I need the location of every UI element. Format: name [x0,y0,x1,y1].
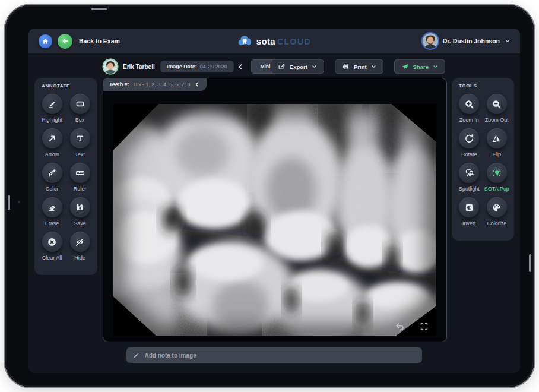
tools-grid: Zoom In Zoom Out Rotate [455,92,511,230]
annotate-tool-ruler: Ruler [66,161,94,195]
flip-button[interactable] [487,128,507,148]
arrow-up-right-icon [47,134,57,143]
color-button[interactable] [42,163,62,183]
fullscreen-button[interactable] [420,322,429,331]
patient-info: Erik Tarbell Image Date: 04-29-2020 [103,59,234,74]
tool-rotate: Rotate [455,127,483,161]
previous-image-button[interactable] [237,64,243,70]
annotate-panel-title: ANNOTATE [42,83,94,88]
floppy-disk-icon [75,203,85,212]
eyedropper-icon [47,168,57,178]
hide-button[interactable] [70,232,90,252]
tool-zoom-in: Zoom In [455,92,483,127]
print-icon [342,63,350,71]
undo-icon [395,322,405,331]
ruler-button[interactable] [70,163,90,183]
top-navbar: Back to Exam sotaCLOUD [28,29,520,53]
front-camera [18,201,20,203]
zoom-in-button[interactable] [459,94,479,114]
magnifier-plus-icon [464,99,474,109]
annotate-tool-clear-all: Clear All [38,230,66,264]
tool-invert: Invert [455,195,483,230]
chevron-down-icon [433,64,438,69]
highlighter-pen-icon [47,99,57,109]
share-label: Share [413,64,429,70]
image-date-value: 04-29-2020 [200,64,227,69]
tool-flip: Flip [483,127,511,161]
back-to-exam-label[interactable]: Back to Exam [79,37,120,45]
ruler-icon [75,168,85,178]
invert-circle-icon [464,203,474,213]
export-icon [278,63,286,71]
annotate-tool-erase: Erase [38,195,66,230]
save-button[interactable] [70,197,90,217]
tablet-frame: Back to Exam sotaCLOUD [5,5,534,387]
chevron-left-icon[interactable] [194,81,200,87]
export-label: Export [290,64,307,70]
tablet-top-button [91,8,107,10]
image-date-badge: Image Date: 04-29-2020 [160,61,234,72]
doctor-avatar [423,33,438,49]
sparkle-tooth-icon [492,168,502,178]
expand-icon [420,322,429,331]
tool-sota-pop: SOTA Pop [483,161,511,195]
back-button[interactable] [58,34,72,49]
magnifier-minus-icon [492,99,502,109]
export-button[interactable]: Export [271,59,324,74]
image-viewer-panel: Teeth #: US - 1, 2, 3, 4, 5, 6, 7, 8 [103,78,447,342]
colorize-button[interactable] [487,197,507,217]
annotate-tool-hide: Hide [66,230,94,264]
print-button[interactable]: Print [335,59,383,74]
erase-button[interactable] [42,197,62,217]
dental-xray-image[interactable] [113,104,436,336]
page: Back to Exam sotaCLOUD [0,0,539,392]
teeth-label: Teeth #: [109,81,129,87]
sota-cloud-logo: sotaCLOUD [237,36,311,47]
tools-panel-title: TOOLS [459,83,511,88]
annotate-tool-color: Color [38,161,66,195]
share-button[interactable]: Share [394,59,445,74]
palette-icon [492,203,502,213]
circle-x-icon [47,237,57,247]
user-menu[interactable]: Dr. Dustin Johnson [423,33,511,49]
logo-text-bold: sota [256,36,275,46]
sota-pop-button[interactable] [487,163,507,183]
annotate-panel: ANNOTATE Highlight Box [34,78,97,275]
tablet-right-button [529,254,531,272]
rotate-button[interactable] [459,128,479,148]
note-input[interactable] [145,352,416,359]
arrow-button[interactable] [42,128,62,148]
teeth-number-tab: Teeth #: US - 1, 2, 3, 4, 5, 6, 7, 8 [103,78,207,91]
tool-colorize: Colorize [483,195,511,230]
tooth-cloud-icon [237,36,253,47]
pencil-icon [133,352,140,359]
annotate-tool-save: Save [66,195,94,230]
chevron-down-icon [505,38,511,44]
text-button[interactable] [70,128,90,148]
chevron-left-icon [237,64,243,70]
annotate-tool-text: Text [66,127,94,161]
image-actions: Export Print Share [271,59,445,74]
annotate-tool-arrow: Arrow [38,127,66,161]
zoom-out-button[interactable] [487,94,507,114]
box-button[interactable] [70,94,90,114]
home-button[interactable] [39,34,52,48]
invert-button[interactable] [459,197,479,217]
eraser-icon [47,203,57,212]
tooth-magnifier-icon [464,168,474,178]
patient-avatar [103,59,118,74]
eye-off-icon [75,237,85,247]
chevron-down-icon [371,64,376,69]
clear-all-button[interactable] [42,232,62,252]
tool-zoom-out: Zoom Out [483,92,511,127]
letter-t-icon [75,134,85,143]
note-input-container [126,347,422,363]
highlight-button[interactable] [42,94,62,114]
user-name-label: Dr. Dustin Johnson [443,37,500,45]
home-icon [42,37,49,45]
rectangle-icon [75,99,85,109]
undo-button[interactable] [395,322,405,331]
spotlight-button[interactable] [459,163,479,183]
annotate-tool-box: Box [66,92,94,127]
rotate-arrow-icon [464,134,474,144]
